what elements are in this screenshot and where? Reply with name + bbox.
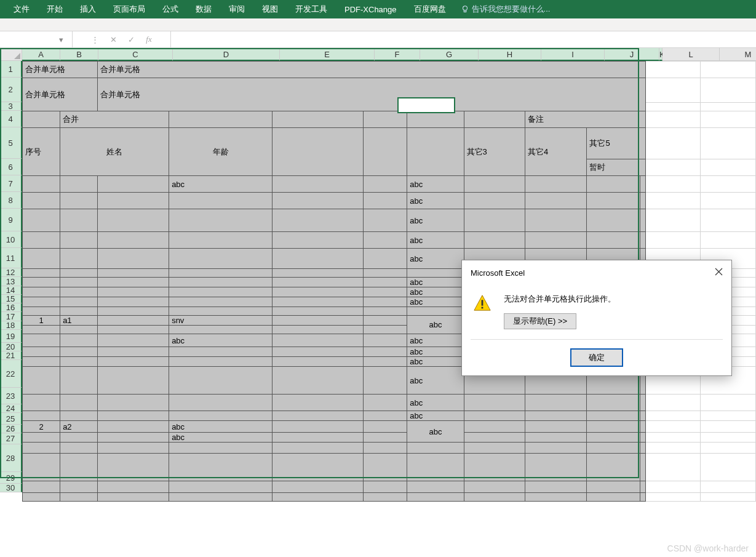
- cell[interactable]: 合并单元格: [23, 78, 98, 111]
- cell[interactable]: [464, 209, 525, 232]
- cell[interactable]: 2: [23, 421, 60, 433]
- cell[interactable]: [60, 411, 98, 421]
- cell[interactable]: abc: [407, 278, 464, 287]
- col-header[interactable]: B: [60, 48, 98, 61]
- cell[interactable]: 合并: [60, 111, 169, 128]
- cell[interactable]: [273, 297, 364, 307]
- cell[interactable]: [364, 493, 407, 502]
- cell[interactable]: a1: [60, 316, 98, 326]
- cell[interactable]: abc: [169, 433, 273, 443]
- cell[interactable]: 备注: [525, 111, 646, 128]
- cell[interactable]: [640, 395, 646, 411]
- cell[interactable]: [646, 103, 701, 111]
- cell[interactable]: [640, 176, 646, 193]
- ribbon-tab[interactable]: 插入: [71, 0, 105, 18]
- cell[interactable]: [407, 454, 464, 481]
- cell[interactable]: [60, 278, 98, 287]
- cell[interactable]: [169, 395, 273, 411]
- cell[interactable]: [23, 433, 60, 443]
- cell[interactable]: [273, 433, 364, 443]
- cell[interactable]: [701, 128, 756, 159]
- cell[interactable]: [525, 421, 587, 433]
- cell[interactable]: [364, 326, 407, 334]
- cell[interactable]: [273, 316, 364, 326]
- cell[interactable]: [169, 297, 273, 307]
- row-header[interactable]: 3: [0, 102, 22, 111]
- cell[interactable]: [97, 481, 169, 493]
- cell[interactable]: [60, 287, 98, 297]
- cell[interactable]: [587, 232, 640, 249]
- ribbon-tab[interactable]: 审阅: [220, 0, 253, 18]
- col-header[interactable]: E: [280, 48, 375, 61]
- cell[interactable]: [640, 209, 646, 232]
- cell[interactable]: [364, 128, 407, 176]
- row-header[interactable]: 22: [0, 360, 22, 388]
- cell[interactable]: [60, 347, 98, 357]
- cell[interactable]: [701, 209, 756, 232]
- cell[interactable]: [60, 307, 98, 316]
- cell[interactable]: [273, 454, 364, 481]
- cell[interactable]: [364, 316, 407, 326]
- cell[interactable]: [701, 103, 756, 111]
- close-icon[interactable]: [712, 265, 725, 280]
- cell[interactable]: [23, 443, 60, 454]
- cell[interactable]: 其它4: [525, 128, 587, 176]
- cell[interactable]: [640, 443, 646, 454]
- cell[interactable]: [23, 357, 60, 367]
- row-header[interactable]: 12: [0, 268, 22, 277]
- cell[interactable]: [364, 209, 407, 232]
- cell[interactable]: abc: [169, 334, 273, 347]
- cell[interactable]: [464, 193, 525, 209]
- col-header[interactable]: J: [605, 48, 659, 61]
- cell[interactable]: [169, 454, 273, 481]
- cell[interactable]: [60, 433, 98, 443]
- cell[interactable]: [60, 454, 98, 481]
- row-header[interactable]: 26: [0, 425, 22, 433]
- ribbon-tab[interactable]: 公式: [154, 0, 187, 18]
- cell[interactable]: [273, 443, 364, 454]
- cell[interactable]: abc: [407, 411, 464, 421]
- cell[interactable]: [23, 209, 60, 232]
- cell[interactable]: [646, 443, 701, 454]
- cell[interactable]: a2: [60, 421, 98, 433]
- row-header[interactable]: 14: [0, 286, 22, 295]
- cell[interactable]: [364, 481, 407, 493]
- cell[interactable]: [273, 367, 364, 395]
- cell[interactable]: [364, 433, 407, 443]
- cell[interactable]: [464, 411, 525, 421]
- cell[interactable]: [640, 433, 646, 443]
- cell[interactable]: 其它5: [587, 128, 646, 159]
- cell[interactable]: [701, 159, 756, 176]
- cell[interactable]: [646, 78, 701, 103]
- cell[interactable]: 1: [23, 316, 60, 326]
- cell[interactable]: [97, 176, 169, 193]
- cell[interactable]: [646, 395, 701, 411]
- ribbon-tab[interactable]: 百度网盘: [405, 0, 455, 18]
- cell[interactable]: [701, 493, 756, 502]
- cell[interactable]: [646, 411, 701, 421]
- cell[interactable]: [23, 481, 60, 493]
- cell[interactable]: [587, 395, 640, 411]
- cell[interactable]: [97, 209, 169, 232]
- cell[interactable]: [23, 411, 60, 421]
- accept-icon[interactable]: ✓: [128, 35, 135, 44]
- cell[interactable]: [273, 232, 364, 249]
- row-header[interactable]: 8: [0, 192, 22, 209]
- cell[interactable]: [525, 443, 587, 454]
- tell-me[interactable]: 告诉我您想要做什么...: [455, 4, 557, 15]
- cell[interactable]: [23, 334, 60, 347]
- cell[interactable]: [60, 443, 98, 454]
- cell[interactable]: [364, 454, 407, 481]
- cell[interactable]: [97, 193, 169, 209]
- cell[interactable]: 合并单元格: [97, 78, 645, 111]
- cell[interactable]: [364, 395, 407, 411]
- col-header[interactable]: I: [541, 48, 605, 61]
- cell[interactable]: [640, 193, 646, 209]
- cell[interactable]: [407, 111, 464, 128]
- cell[interactable]: [364, 249, 407, 269]
- name-box[interactable]: ▾: [0, 31, 73, 47]
- row-header[interactable]: 17: [0, 312, 22, 321]
- cell[interactable]: [169, 269, 273, 278]
- cell[interactable]: [60, 326, 98, 334]
- cell[interactable]: [97, 367, 169, 395]
